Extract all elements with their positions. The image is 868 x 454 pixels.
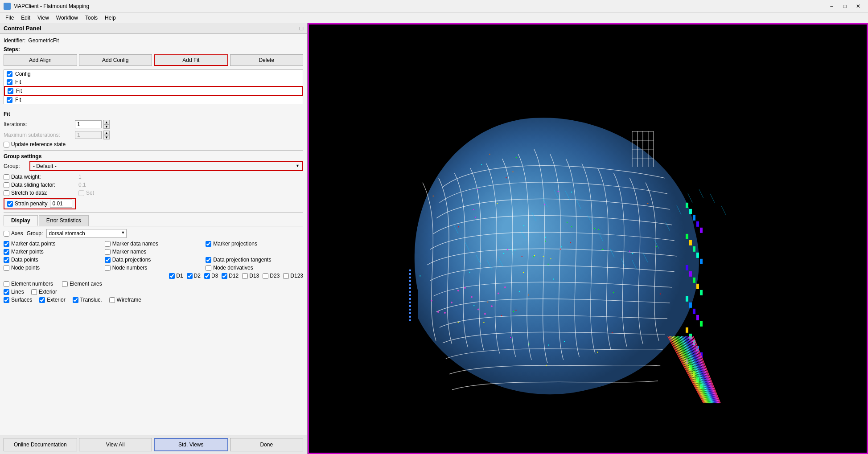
exterior-lines-label[interactable]: Exterior xyxy=(31,289,57,295)
data-sliding-checkbox[interactable] xyxy=(4,182,9,188)
d123-label[interactable]: D123 xyxy=(283,273,303,279)
d123-checkbox[interactable] xyxy=(283,273,289,279)
maximize-button[interactable]: □ xyxy=(839,1,851,11)
max-subiterations-down[interactable]: ▼ xyxy=(103,135,110,139)
iterations-down[interactable]: ▼ xyxy=(103,124,110,129)
d2-label[interactable]: D2 xyxy=(187,273,201,279)
minimize-button[interactable]: − xyxy=(825,1,838,11)
view-all-button[interactable]: View All xyxy=(79,438,152,451)
step-item-fit2[interactable]: Fit xyxy=(4,86,303,96)
data-projections-label[interactable]: Data projections xyxy=(105,257,202,263)
online-docs-button[interactable]: Online Documentation xyxy=(4,438,77,451)
data-projection-tangents-label[interactable]: Data projection tangents xyxy=(206,257,303,263)
node-numbers-label[interactable]: Node numbers xyxy=(105,265,202,271)
update-reference-checkbox[interactable] xyxy=(4,142,9,147)
marker-data-points-checkbox[interactable] xyxy=(4,241,9,247)
group-dropdown[interactable]: - Default - xyxy=(30,162,302,170)
tab-error-statistics[interactable]: Error Statistics xyxy=(39,215,89,226)
strain-penalty-label[interactable]: Strain penalty xyxy=(7,200,47,207)
d1-checkbox[interactable] xyxy=(169,273,175,279)
d13-checkbox[interactable] xyxy=(242,273,248,279)
element-axes-label[interactable]: Element axes xyxy=(62,281,102,287)
menu-view[interactable]: View xyxy=(34,14,53,22)
iterations-up[interactable]: ▲ xyxy=(103,120,110,124)
menu-file[interactable]: File xyxy=(2,14,17,22)
translucent-checkbox[interactable] xyxy=(73,297,78,303)
strain-penalty-input[interactable] xyxy=(50,200,72,208)
stretch-to-data-label[interactable]: Stretch to data: xyxy=(4,190,75,196)
data-weight-label[interactable]: Data weight: xyxy=(4,174,75,180)
wireframe-label[interactable]: Wireframe xyxy=(109,297,141,303)
add-config-button[interactable]: Add Config xyxy=(79,54,152,66)
iterations-input[interactable] xyxy=(75,120,102,128)
menu-edit[interactable]: Edit xyxy=(17,14,34,22)
delete-button[interactable]: Delete xyxy=(230,54,304,66)
node-numbers-checkbox[interactable] xyxy=(105,265,111,271)
d13-label[interactable]: D13 xyxy=(242,273,259,279)
std-views-button[interactable]: Std. Views xyxy=(154,438,228,451)
axes-label[interactable]: Axes xyxy=(4,230,23,237)
axes-checkbox[interactable] xyxy=(4,231,9,237)
step-fit3-checkbox[interactable] xyxy=(7,97,12,103)
stomach-canvas[interactable] xyxy=(308,23,868,454)
step-fit2-checkbox[interactable] xyxy=(8,88,13,94)
menu-tools[interactable]: Tools xyxy=(82,14,101,22)
marker-names-checkbox[interactable] xyxy=(105,249,111,255)
d12-checkbox[interactable] xyxy=(222,273,227,279)
step-fit1-checkbox[interactable] xyxy=(7,79,12,85)
marker-projections-checkbox[interactable] xyxy=(206,241,211,247)
marker-points-label[interactable]: Marker points xyxy=(4,249,101,255)
menu-workflow[interactable]: Workflow xyxy=(53,14,82,22)
menu-help[interactable]: Help xyxy=(101,14,119,22)
data-sliding-label[interactable]: Data sliding factor: xyxy=(4,182,75,188)
surfaces-checkbox[interactable] xyxy=(4,297,9,303)
wireframe-checkbox[interactable] xyxy=(109,297,115,303)
step-config-checkbox[interactable] xyxy=(7,71,12,77)
marker-data-names-checkbox[interactable] xyxy=(105,241,111,247)
d12-label[interactable]: D12 xyxy=(222,273,239,279)
element-axes-checkbox[interactable] xyxy=(62,281,68,287)
exterior-surfaces-label[interactable]: Exterior xyxy=(39,297,65,303)
surfaces-label[interactable]: Surfaces xyxy=(4,297,32,303)
node-derivatives-checkbox[interactable] xyxy=(206,265,211,271)
tab-display[interactable]: Display xyxy=(4,215,38,226)
exterior-lines-checkbox[interactable] xyxy=(31,289,37,295)
d1-label[interactable]: D1 xyxy=(169,273,183,279)
element-numbers-label[interactable]: Element numbers xyxy=(4,281,53,287)
marker-data-names-label[interactable]: Marker data names xyxy=(105,241,202,247)
update-reference-label[interactable]: Update reference state xyxy=(4,141,66,147)
lines-checkbox[interactable] xyxy=(4,289,9,295)
max-subiterations-input[interactable] xyxy=(75,131,102,139)
node-points-checkbox[interactable] xyxy=(4,265,9,271)
close-button[interactable]: ✕ xyxy=(852,1,864,11)
strain-penalty-checkbox[interactable] xyxy=(7,201,13,207)
step-item-config[interactable]: Config xyxy=(4,70,303,78)
set-checkbox[interactable] xyxy=(78,190,84,196)
marker-projections-label[interactable]: Marker projections xyxy=(206,241,303,247)
node-derivatives-label[interactable]: Node derivatives xyxy=(206,265,303,271)
step-item-fit3[interactable]: Fit xyxy=(4,96,303,104)
lines-label[interactable]: Lines xyxy=(4,289,24,295)
data-points-checkbox[interactable] xyxy=(4,257,9,263)
done-button[interactable]: Done xyxy=(230,438,304,451)
d3-checkbox[interactable] xyxy=(204,273,210,279)
d3-label[interactable]: D3 xyxy=(204,273,218,279)
d23-label[interactable]: D23 xyxy=(263,273,280,279)
data-projection-tangents-checkbox[interactable] xyxy=(206,257,211,263)
marker-data-points-label[interactable]: Marker data points xyxy=(4,241,101,247)
marker-names-label[interactable]: Marker names xyxy=(105,249,202,255)
translucent-label[interactable]: Transluc. xyxy=(73,297,102,303)
exterior-surfaces-checkbox[interactable] xyxy=(39,297,45,303)
data-weight-checkbox[interactable] xyxy=(4,174,9,180)
add-align-button[interactable]: Add Align xyxy=(4,54,77,66)
element-numbers-checkbox[interactable] xyxy=(4,281,9,287)
step-item-fit1[interactable]: Fit xyxy=(4,78,303,86)
stretch-to-data-checkbox[interactable] xyxy=(4,190,9,196)
d23-checkbox[interactable] xyxy=(263,273,268,279)
d2-checkbox[interactable] xyxy=(187,273,193,279)
data-projections-checkbox[interactable] xyxy=(105,257,111,263)
node-points-label[interactable]: Node points xyxy=(4,265,101,271)
marker-points-checkbox[interactable] xyxy=(4,249,9,255)
display-group-select[interactable]: dorsal stomach xyxy=(46,229,127,238)
panel-resize-icon[interactable]: □ xyxy=(300,25,303,32)
